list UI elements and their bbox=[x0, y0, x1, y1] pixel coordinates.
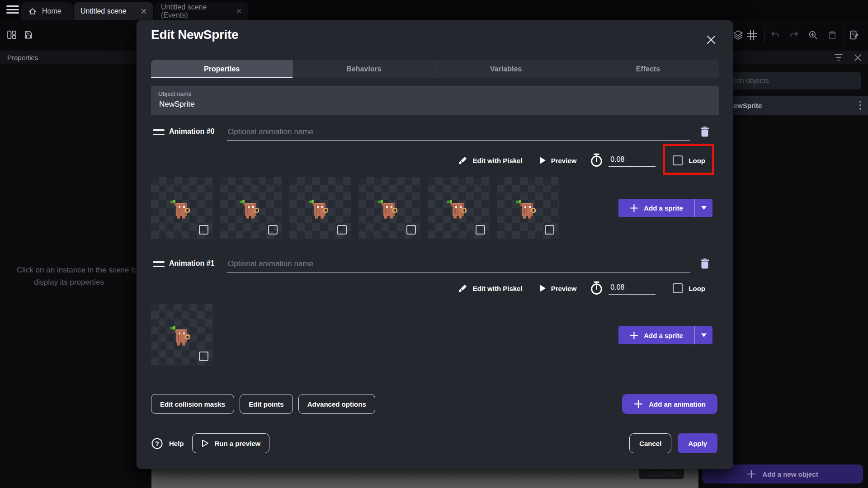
sprite-frame[interactable] bbox=[220, 177, 282, 239]
tab-close-icon[interactable] bbox=[236, 9, 241, 14]
tab-behaviors[interactable]: Behaviors bbox=[292, 60, 434, 78]
add-an-animation-label: Add an animation bbox=[649, 400, 706, 408]
brush-icon bbox=[458, 156, 467, 165]
add-new-object-label: Add a new object bbox=[762, 470, 818, 478]
frame-checkbox[interactable] bbox=[337, 225, 347, 235]
sprite-frame[interactable] bbox=[151, 177, 213, 239]
layout-columns-icon[interactable] bbox=[7, 30, 17, 40]
edit-collision-masks-button[interactable]: Edit collision masks bbox=[151, 394, 234, 414]
tab-variables[interactable]: Variables bbox=[435, 60, 577, 78]
edit-tools-row: Edit collision masks Edit points Advance… bbox=[151, 394, 375, 414]
sprite-frame[interactable] bbox=[428, 177, 490, 239]
save-icon[interactable] bbox=[24, 30, 33, 40]
help-label: Help bbox=[169, 440, 184, 447]
animation-1-header: Animation #1 bbox=[151, 255, 719, 274]
tab-untitled-scene[interactable]: Untitled scene bbox=[74, 2, 153, 20]
edit-points-button[interactable]: Edit points bbox=[240, 394, 293, 414]
tab-untitled-scene-events[interactable]: Untitled scene (Events) bbox=[154, 2, 248, 20]
edit-with-piskel-button[interactable]: Edit with Piskel bbox=[458, 156, 523, 165]
filter-icon[interactable] bbox=[833, 53, 844, 62]
pig-sprite-image bbox=[166, 322, 195, 351]
timer-icon bbox=[590, 281, 603, 296]
zoom-in-icon[interactable] bbox=[808, 30, 818, 40]
frame-checkbox[interactable] bbox=[199, 225, 208, 235]
frame-checkbox[interactable] bbox=[268, 225, 278, 235]
redo-icon[interactable] bbox=[789, 30, 799, 39]
search-objects-input[interactable] bbox=[720, 76, 856, 85]
sprite-frame[interactable] bbox=[359, 177, 420, 239]
edit-points-label: Edit points bbox=[249, 400, 284, 408]
object-name-input[interactable] bbox=[158, 99, 712, 109]
add-an-animation-button[interactable]: Add an animation bbox=[622, 394, 717, 414]
animation-0-controls: Edit with Piskel Preview Loop bbox=[151, 149, 714, 172]
undo-icon[interactable] bbox=[770, 30, 780, 39]
loop-option: Loop bbox=[663, 277, 714, 300]
run-a-preview-button[interactable]: Run a preview bbox=[192, 433, 270, 453]
animation-0-label: Animation #0 bbox=[169, 127, 214, 136]
tab-properties[interactable]: Properties bbox=[151, 60, 292, 78]
pig-sprite-image bbox=[305, 195, 334, 224]
edit-with-piskel-label: Edit with Piskel bbox=[473, 157, 523, 164]
cancel-label: Cancel bbox=[639, 440, 661, 447]
edit-object-dialog: Edit NewSprite Properties Behaviors Vari… bbox=[137, 20, 733, 469]
apply-button[interactable]: Apply bbox=[678, 433, 717, 453]
play-outline-icon bbox=[201, 439, 209, 447]
add-a-sprite-button[interactable]: Add a sprite bbox=[618, 326, 712, 344]
grid-icon[interactable] bbox=[747, 30, 757, 40]
kebab-menu-icon[interactable] bbox=[859, 100, 862, 110]
drag-handle-icon[interactable] bbox=[153, 129, 165, 138]
preview-button[interactable]: Preview bbox=[540, 285, 577, 292]
tab-effects-label: Effects bbox=[636, 65, 660, 73]
loop-checkbox[interactable] bbox=[673, 283, 683, 293]
sprite-frame[interactable] bbox=[289, 177, 351, 239]
preview-label: Preview bbox=[551, 285, 577, 292]
frame-checkbox[interactable] bbox=[406, 225, 416, 235]
dialog-tab-bar: Properties Behaviors Variables Effects bbox=[151, 60, 719, 78]
tab-behaviors-label: Behaviors bbox=[346, 65, 381, 73]
preview-button[interactable]: Preview bbox=[540, 157, 577, 164]
chevron-down-icon bbox=[701, 206, 707, 210]
advanced-options-button[interactable]: Advanced options bbox=[298, 394, 375, 414]
add-a-sprite-button[interactable]: Add a sprite bbox=[618, 199, 712, 217]
drag-handle-icon[interactable] bbox=[153, 261, 165, 270]
top-bar: Home Untitled scene Untitled scene (Even… bbox=[0, 0, 868, 20]
trash-icon-toolbar[interactable] bbox=[827, 30, 837, 40]
frame-checkbox[interactable] bbox=[199, 352, 208, 361]
tab-effects[interactable]: Effects bbox=[577, 60, 719, 78]
time-between-frames-input[interactable] bbox=[609, 155, 656, 167]
frame-checkbox[interactable] bbox=[476, 225, 485, 235]
brush-icon bbox=[458, 284, 467, 293]
object-name-field[interactable]: Object name bbox=[151, 86, 719, 115]
animation-0-frames bbox=[151, 177, 559, 239]
apply-label: Apply bbox=[688, 440, 707, 447]
add-sprite-dropdown[interactable] bbox=[695, 326, 712, 344]
animation-1-frames bbox=[151, 304, 213, 366]
plus-icon bbox=[630, 331, 638, 340]
loop-option: Loop bbox=[663, 149, 714, 172]
delete-animation-icon[interactable] bbox=[700, 258, 710, 269]
frame-checkbox[interactable] bbox=[545, 225, 554, 235]
loop-checkbox[interactable] bbox=[673, 155, 683, 165]
tab-home[interactable]: Home bbox=[21, 2, 73, 20]
animation-1-name-input[interactable] bbox=[227, 255, 690, 272]
tab-close-icon[interactable] bbox=[141, 9, 146, 14]
add-sprite-dropdown[interactable] bbox=[695, 199, 712, 217]
delete-animation-icon[interactable] bbox=[700, 126, 710, 137]
tab-events-label: Untitled scene (Events) bbox=[161, 3, 231, 19]
animation-0-name-input[interactable] bbox=[227, 123, 690, 141]
cancel-button[interactable]: Cancel bbox=[629, 433, 671, 453]
menu-icon[interactable] bbox=[6, 5, 19, 14]
edit-with-piskel-button[interactable]: Edit with Piskel bbox=[458, 284, 523, 293]
layers-icon[interactable] bbox=[733, 30, 743, 40]
dialog-title: Edit NewSprite bbox=[151, 28, 238, 42]
close-panel-icon[interactable] bbox=[854, 54, 862, 61]
edit-events-icon[interactable] bbox=[849, 30, 860, 40]
time-between-frames-input[interactable] bbox=[609, 282, 656, 295]
plus-icon bbox=[630, 204, 638, 212]
properties-panel: Click on an instance in the scene to dis… bbox=[0, 64, 151, 488]
dialog-close-icon[interactable] bbox=[706, 35, 716, 45]
svg-text:?: ? bbox=[155, 440, 159, 447]
sprite-frame[interactable] bbox=[151, 304, 213, 366]
sprite-frame[interactable] bbox=[497, 177, 559, 239]
help-button[interactable]: ? Help bbox=[151, 437, 184, 450]
